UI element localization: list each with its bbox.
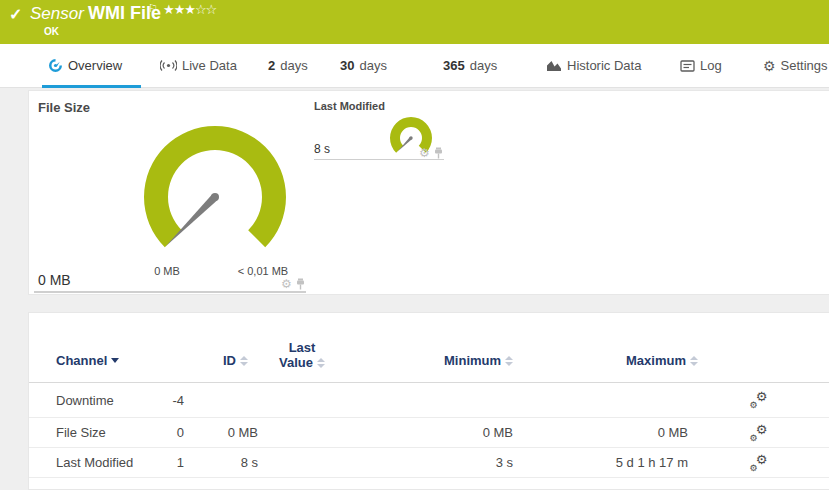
star-rating[interactable]: ★★★☆☆ <box>163 2 216 17</box>
channel-settings-icon[interactable]: ⚙⚙ <box>750 455 768 471</box>
sort-icon <box>240 356 248 366</box>
table-row-last-modified: Last Modified 1 8 s 3 s 5 d 1 h 17 m ⚙⚙ <box>29 448 829 478</box>
gauge-scale-min: 0 MB <box>132 265 202 277</box>
tab-label: Log <box>700 58 722 73</box>
tab-2-days[interactable]: 2 days <box>268 44 308 87</box>
pushpin-icon[interactable] <box>434 147 443 159</box>
gear-icon: ⚙ <box>763 58 776 74</box>
channel-maximum: 0 MB <box>513 425 688 440</box>
channel-id: 0 <box>156 425 184 440</box>
column-header-label: Minimum <box>444 353 501 368</box>
tab-settings[interactable]: ⚙ Settings <box>763 44 828 87</box>
channel-name: File Size <box>29 425 156 440</box>
tab-number: 2 <box>268 58 275 73</box>
channel-settings-icon[interactable]: ⚙⚙ <box>750 425 768 441</box>
column-header-id[interactable]: ID <box>223 353 248 368</box>
tab-label: Overview <box>68 58 122 73</box>
column-header-label: Last <box>289 340 316 355</box>
sensor-status-text: OK <box>44 26 59 37</box>
table-row-downtime: Downtime -4 ⚙⚙ <box>29 383 829 418</box>
flag-icon[interactable]: ⚐ <box>148 2 158 15</box>
tab-365-days[interactable]: 365 days <box>443 44 497 87</box>
gauges-panel: File Size 0 MB < 0,01 MB 0 MB ⚙ Last Mod… <box>28 90 829 295</box>
channel-id: -4 <box>156 393 184 408</box>
column-header-channel[interactable]: Channel <box>56 353 119 368</box>
area-chart-icon <box>546 59 562 72</box>
file-size-gauge <box>140 122 290 272</box>
channel-last-value: 0 MB <box>184 425 258 440</box>
tab-log[interactable]: Log <box>680 44 722 87</box>
column-header-label: Maximum <box>626 353 686 368</box>
sort-icon <box>505 356 513 366</box>
column-header-label: Channel <box>56 353 107 368</box>
channel-name: Downtime <box>29 393 156 408</box>
gear-icon[interactable]: ⚙ <box>419 146 430 160</box>
channel-minimum: 0 MB <box>258 425 513 440</box>
channels-table-panel: Channel ID Last Value Minimum Maximum Do… <box>28 312 829 490</box>
sensor-kind-label: Sensor <box>30 4 84 24</box>
column-header-maximum[interactable]: Maximum <box>626 353 698 368</box>
tab-label: Settings <box>781 58 828 73</box>
tab-live-data[interactable]: Live Data <box>160 44 237 87</box>
broadcast-icon <box>160 59 177 72</box>
tab-label: Historic Data <box>567 58 641 73</box>
last-modified-gauge-title: Last Modified <box>314 100 385 112</box>
tab-label: days <box>470 58 497 73</box>
gauge-icon <box>48 58 63 73</box>
table-row-file-size: File Size 0 0 MB 0 MB 0 MB ⚙⚙ <box>29 418 829 448</box>
last-modified-current-value: 8 s <box>314 142 330 156</box>
tab-label: Live Data <box>182 58 237 73</box>
column-header-label: ID <box>223 353 236 368</box>
channel-minimum: 3 s <box>258 455 513 470</box>
tab-overview[interactable]: Overview <box>48 44 122 87</box>
gauge-scale-max: < 0,01 MB <box>228 265 298 277</box>
tab-bar: Overview Live Data 2 days 30 days 365 da… <box>0 44 829 88</box>
file-size-gauge-title: File Size <box>38 100 90 115</box>
active-tab-underline <box>42 85 141 88</box>
file-size-cell-divider <box>34 291 306 293</box>
tab-30-days[interactable]: 30 days <box>340 44 387 87</box>
ok-check-icon: ✓ <box>9 5 22 24</box>
file-size-current-value: 0 MB <box>38 272 71 288</box>
channel-name: Last Modified <box>29 455 156 470</box>
tab-number: 365 <box>443 58 465 73</box>
sort-icon <box>690 356 698 366</box>
log-icon <box>680 60 695 72</box>
tab-label: days <box>280 58 307 73</box>
channel-last-value: 8 s <box>184 455 258 470</box>
table-header-row: Channel ID Last Value Minimum Maximum <box>29 313 829 383</box>
pushpin-icon[interactable] <box>296 278 305 290</box>
sensor-status-bar: ✓ Sensor WMI File ⚐ ★★★☆☆ OK <box>0 0 829 44</box>
column-header-last-value[interactable]: Last Value <box>269 340 335 370</box>
column-header-minimum[interactable]: Minimum <box>444 353 513 368</box>
sort-icon <box>317 358 325 368</box>
column-header-label: Value <box>279 355 313 370</box>
channel-settings-icon[interactable]: ⚙⚙ <box>750 392 768 408</box>
tab-label: days <box>359 58 386 73</box>
channel-id: 1 <box>156 455 184 470</box>
tab-historic-data[interactable]: Historic Data <box>546 44 641 87</box>
gear-icon[interactable]: ⚙ <box>281 277 292 291</box>
tab-number: 30 <box>340 58 354 73</box>
sort-caret-icon <box>111 358 119 363</box>
channel-maximum: 5 d 1 h 17 m <box>513 455 688 470</box>
